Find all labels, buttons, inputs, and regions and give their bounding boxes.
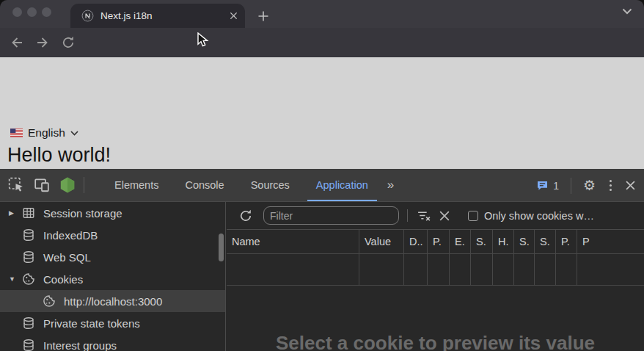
tab-search-chevron-icon[interactable] — [622, 8, 632, 15]
devtools-tab-label: Sources — [251, 179, 290, 191]
browser-tab[interactable]: Next.js i18n — [70, 4, 245, 28]
devtools: Elements Console Sources Application » — [0, 169, 644, 351]
cookie-table-cell — [471, 254, 493, 286]
tab-title: Next.js i18n — [100, 10, 230, 21]
cookie-table-empty-row[interactable] — [227, 254, 644, 286]
devtools-menu-icon[interactable] — [607, 177, 615, 194]
devtools-tab-label: Console — [185, 179, 224, 191]
cookie-icon — [22, 272, 37, 286]
storage-tree-label: Web SQL — [43, 251, 91, 264]
issues-count: 1 — [553, 180, 559, 192]
devtools-tab[interactable]: Console — [172, 169, 237, 201]
devtools-tab[interactable]: Application — [303, 169, 381, 201]
toolbar-divider — [407, 209, 408, 222]
device-toolbar-icon[interactable] — [32, 176, 51, 195]
cookie-filter-input[interactable] — [263, 206, 399, 225]
database-icon — [22, 316, 37, 330]
nextjs-favicon — [81, 10, 94, 22]
traffic-lights[interactable] — [12, 7, 51, 17]
cookie-column-header[interactable]: P. — [556, 230, 577, 254]
cookie-column-header[interactable]: D.. — [404, 230, 428, 254]
web-page: English Hello world! — [0, 57, 644, 169]
storage-tree-label: Session storage — [43, 207, 122, 220]
storage-tree-item[interactable]: IndexedDB — [0, 224, 225, 246]
cookie-icon — [43, 294, 57, 308]
cookie-table-cell — [493, 254, 514, 286]
cookie-table-cell — [450, 254, 471, 286]
refresh-icon[interactable] — [238, 208, 254, 224]
devtools-close-icon[interactable] — [626, 181, 635, 190]
storage-tree-label: Private state tokens — [43, 317, 140, 330]
storage-tree-item[interactable]: ▶ Session storage — [0, 202, 225, 224]
cookie-column-header[interactable]: S. — [514, 230, 535, 254]
issues-counter[interactable]: 1 — [536, 180, 559, 192]
cookie-column-header[interactable]: H. — [493, 230, 514, 254]
cookie-table-cell — [514, 254, 535, 286]
cookie-table-cell — [535, 254, 556, 286]
reload-icon[interactable] — [59, 34, 77, 51]
devtools-tab-label: Application — [316, 179, 368, 191]
forward-icon[interactable] — [34, 34, 51, 51]
database-icon — [22, 250, 37, 264]
devtools-toolbar: Elements Console Sources Application » — [0, 169, 644, 202]
storage-tree-item[interactable]: Web SQL — [0, 246, 225, 268]
more-tabs-icon[interactable]: » — [383, 178, 398, 192]
devtools-tab-label: Elements — [114, 179, 158, 191]
storage-tree-item[interactable]: Interest groups — [0, 334, 225, 351]
tree-expand-icon[interactable]: ▶ — [9, 209, 22, 217]
storage-tree-item[interactable]: http://localhost:3000 — [0, 290, 225, 312]
cookie-preview-pane: Select a cookie to preview its value — [227, 286, 644, 351]
language-label: English — [28, 126, 65, 140]
us-flag-icon — [10, 129, 23, 137]
devtools-tab[interactable]: Sources — [238, 169, 303, 201]
sidebar-scrollbar[interactable] — [219, 234, 224, 261]
cookie-column-header[interactable]: S. — [471, 230, 493, 254]
browser-toolbar: localhost:3000 Guest — [0, 28, 644, 57]
cookie-table-cell — [404, 254, 428, 286]
application-sidebar: ▶ Session storage — [0, 202, 226, 351]
table-icon — [22, 206, 37, 220]
database-icon — [22, 228, 37, 242]
storage-tree-label: Cookies — [43, 273, 83, 286]
cookies-toolbar: Only show cookies w… — [227, 202, 644, 230]
cookies-panel: Only show cookies w… Name Value D.. P. E… — [227, 202, 644, 351]
cookie-column-header[interactable]: Value — [359, 230, 404, 254]
cookie-table-cell — [227, 254, 359, 286]
page-heading: Hello world! — [7, 144, 111, 167]
tab-strip: Next.js i18n — [0, 0, 644, 28]
new-tab-button[interactable] — [254, 7, 273, 26]
cookie-column-header[interactable]: Name — [227, 230, 359, 254]
cookie-table-cell — [359, 254, 404, 286]
inspect-element-icon[interactable] — [7, 176, 26, 195]
storage-tree-label: http://localhost:3000 — [64, 295, 162, 308]
cookie-column-header[interactable]: S. — [535, 230, 556, 254]
cookie-table-cell — [556, 254, 577, 286]
devtools-tabs: Elements Console Sources Application — [101, 169, 381, 201]
cookie-column-header[interactable]: E. — [450, 230, 471, 254]
tab-close-icon[interactable] — [230, 12, 238, 20]
tree-expand-icon[interactable]: ▼ — [9, 275, 22, 283]
devtools-settings-icon[interactable]: ⚙ — [583, 178, 596, 192]
nodejs-icon[interactable] — [58, 176, 77, 195]
language-selector[interactable]: English — [10, 126, 78, 140]
storage-tree-label: Interest groups — [43, 339, 117, 351]
cookie-table-header: Name Value D.. P. E. S. H. S. — [227, 230, 644, 254]
database-icon — [22, 338, 37, 351]
language-chevron-icon — [70, 131, 78, 136]
cookie-preview-message: Select a cookie to preview its value — [276, 332, 595, 351]
clear-filter-icon[interactable] — [416, 208, 432, 224]
storage-tree-item[interactable]: Private state tokens — [0, 312, 225, 334]
cookie-column-header[interactable]: P. — [428, 230, 450, 254]
delete-selected-icon[interactable] — [436, 208, 453, 224]
cookie-table-cell — [428, 254, 450, 286]
devtools-tab[interactable]: Elements — [101, 169, 172, 201]
browser-window: Next.js i18n localhost:3000 — [0, 0, 644, 351]
toolbar-divider — [571, 178, 571, 194]
only-issues-checkbox[interactable] — [468, 211, 478, 221]
cookie-column-header[interactable]: P — [577, 230, 644, 254]
only-issues-label: Only show cookies w… — [484, 210, 594, 222]
back-icon[interactable] — [8, 34, 26, 51]
storage-tree-label: IndexedDB — [43, 229, 98, 242]
storage-tree-item[interactable]: ▼ Cookies — [0, 268, 225, 290]
cookie-table-cell — [577, 254, 644, 286]
